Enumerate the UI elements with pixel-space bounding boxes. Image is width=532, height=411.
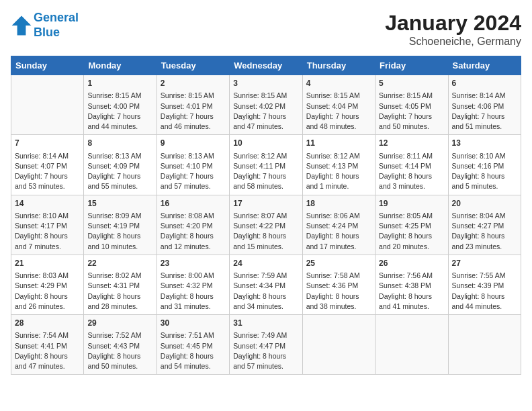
cell-line: and 48 minutes. — [306, 122, 371, 132]
cell-line: Daylight: 8 hours — [306, 231, 371, 241]
cell-line: Sunrise: 7:51 AM — [161, 330, 226, 340]
calendar-cell: 9Sunrise: 8:13 AMSunset: 4:10 PMDaylight… — [157, 135, 229, 195]
calendar-cell: 8Sunrise: 8:13 AMSunset: 4:09 PMDaylight… — [84, 135, 157, 195]
calendar-cell: 2Sunrise: 8:15 AMSunset: 4:01 PMDaylight… — [157, 75, 229, 135]
cell-line: and 55 minutes. — [87, 181, 152, 191]
cell-line: Sunrise: 8:15 AM — [87, 91, 152, 101]
cell-line: Sunrise: 8:05 AM — [379, 211, 444, 221]
day-number: 2 — [161, 78, 226, 89]
cell-line: Sunset: 4:24 PM — [306, 221, 371, 231]
cell-line: Sunset: 4:05 PM — [379, 101, 444, 111]
day-number: 1 — [87, 78, 152, 89]
cell-line: Sunset: 4:02 PM — [233, 101, 298, 111]
cell-line: Daylight: 7 hours — [15, 171, 80, 181]
calendar-cell — [302, 315, 375, 375]
calendar-cell: 27Sunrise: 7:55 AMSunset: 4:39 PMDayligh… — [448, 255, 521, 314]
day-number: 12 — [379, 138, 444, 149]
cell-line: Sunrise: 8:10 AM — [452, 151, 517, 161]
cell-line: Sunrise: 8:11 AM — [379, 151, 444, 161]
calendar-cell: 19Sunrise: 8:05 AMSunset: 4:25 PMDayligh… — [375, 195, 448, 255]
day-number: 21 — [15, 258, 80, 269]
cell-line: Sunrise: 8:12 AM — [233, 151, 298, 161]
cell-line: Sunrise: 7:49 AM — [233, 330, 298, 340]
day-number: 18 — [306, 198, 371, 210]
day-number: 15 — [87, 198, 152, 210]
cell-line: Sunset: 4:04 PM — [306, 101, 371, 111]
cell-line: Daylight: 8 hours — [15, 351, 80, 361]
day-number: 24 — [233, 258, 298, 269]
day-number: 25 — [306, 258, 371, 269]
cell-line: Daylight: 8 hours — [233, 231, 298, 241]
calendar-cell: 31Sunrise: 7:49 AMSunset: 4:47 PMDayligh… — [230, 315, 302, 375]
day-number: 9 — [161, 138, 226, 149]
cell-line: Daylight: 7 hours — [233, 111, 298, 122]
day-number: 28 — [15, 318, 80, 329]
cell-line: Daylight: 8 hours — [161, 291, 226, 302]
cell-line: Sunrise: 8:10 AM — [15, 211, 80, 221]
cell-line: Sunrise: 7:54 AM — [15, 330, 80, 340]
cell-line: Sunset: 4:36 PM — [306, 281, 371, 291]
cell-line: Sunset: 4:16 PM — [452, 161, 517, 171]
calendar-body: 1Sunrise: 8:15 AMSunset: 4:00 PMDaylight… — [11, 75, 521, 375]
week-row-3: 21Sunrise: 8:03 AMSunset: 4:29 PMDayligh… — [11, 255, 521, 314]
day-number: 10 — [233, 138, 298, 149]
calendar-cell: 17Sunrise: 8:07 AMSunset: 4:22 PMDayligh… — [230, 195, 302, 255]
cell-line: and 53 minutes. — [15, 181, 80, 191]
week-row-1: 7Sunrise: 8:14 AMSunset: 4:07 PMDaylight… — [11, 135, 521, 195]
cell-line: Sunset: 4:09 PM — [87, 161, 152, 171]
cell-line: Sunset: 4:39 PM — [452, 281, 517, 291]
calendar-cell: 7Sunrise: 8:14 AMSunset: 4:07 PMDaylight… — [11, 135, 84, 195]
calendar-header: SundayMondayTuesdayWednesdayThursdayFrid… — [11, 56, 521, 75]
calendar-cell: 12Sunrise: 8:11 AMSunset: 4:14 PMDayligh… — [375, 135, 448, 195]
weekday-row: SundayMondayTuesdayWednesdayThursdayFrid… — [11, 56, 521, 75]
logo-general: General — [34, 11, 79, 24]
cell-line: and 28 minutes. — [87, 302, 152, 312]
cell-line: Sunrise: 8:08 AM — [161, 211, 226, 221]
cell-line: Sunset: 4:32 PM — [161, 281, 226, 291]
cell-line: Sunrise: 8:15 AM — [161, 91, 226, 101]
day-number: 6 — [452, 78, 517, 89]
cell-line: Sunset: 4:43 PM — [87, 341, 152, 351]
day-number: 4 — [306, 78, 371, 89]
cell-line: and 47 minutes. — [233, 122, 298, 132]
cell-line: Daylight: 7 hours — [161, 111, 226, 122]
location-title: Schoeneiche, Germany — [385, 36, 521, 48]
calendar-cell: 6Sunrise: 8:14 AMSunset: 4:06 PMDaylight… — [448, 75, 521, 135]
cell-line: Sunrise: 8:06 AM — [306, 211, 371, 221]
cell-line: Sunrise: 8:13 AM — [87, 151, 152, 161]
calendar-cell: 18Sunrise: 8:06 AMSunset: 4:24 PMDayligh… — [302, 195, 375, 255]
cell-line: Daylight: 7 hours — [161, 171, 226, 181]
cell-line: Daylight: 8 hours — [452, 171, 517, 181]
calendar-cell: 21Sunrise: 8:03 AMSunset: 4:29 PMDayligh… — [11, 255, 84, 314]
cell-line: Sunset: 4:11 PM — [233, 161, 298, 171]
calendar-cell: 14Sunrise: 8:10 AMSunset: 4:17 PMDayligh… — [11, 195, 84, 255]
cell-line: and 50 minutes. — [379, 122, 444, 132]
calendar-cell — [375, 315, 448, 375]
cell-line: Sunrise: 8:04 AM — [452, 211, 517, 221]
cell-line: and 15 minutes. — [233, 242, 298, 252]
cell-line: and 3 minutes. — [379, 181, 444, 191]
cell-line: Sunset: 4:00 PM — [87, 101, 152, 111]
cell-line: Daylight: 8 hours — [379, 291, 444, 302]
calendar-cell: 26Sunrise: 7:56 AMSunset: 4:38 PMDayligh… — [375, 255, 448, 314]
cell-line: and 7 minutes. — [15, 242, 80, 252]
svg-marker-0 — [12, 15, 32, 35]
cell-line: Daylight: 8 hours — [233, 291, 298, 302]
cell-line: and 54 minutes. — [161, 361, 226, 371]
cell-line: Daylight: 8 hours — [161, 231, 226, 241]
cell-line: Daylight: 7 hours — [306, 111, 371, 122]
day-number: 23 — [161, 258, 226, 269]
cell-line: and 44 minutes. — [87, 122, 152, 132]
calendar-table: SundayMondayTuesdayWednesdayThursdayFrid… — [11, 56, 521, 375]
logo: General Blue — [11, 11, 79, 40]
calendar-cell: 23Sunrise: 8:00 AMSunset: 4:32 PMDayligh… — [157, 255, 229, 314]
day-number: 19 — [379, 198, 444, 210]
cell-line: and 58 minutes. — [233, 181, 298, 191]
cell-line: Sunset: 4:07 PM — [15, 161, 80, 171]
week-row-4: 28Sunrise: 7:54 AMSunset: 4:41 PMDayligh… — [11, 315, 521, 375]
cell-line: Sunset: 4:17 PM — [15, 221, 80, 231]
calendar-cell: 3Sunrise: 8:15 AMSunset: 4:02 PMDaylight… — [230, 75, 302, 135]
cell-line: Sunset: 4:01 PM — [161, 101, 226, 111]
weekday-header-saturday: Saturday — [448, 56, 521, 75]
title-block: January 2024 Schoeneiche, Germany — [385, 11, 521, 48]
